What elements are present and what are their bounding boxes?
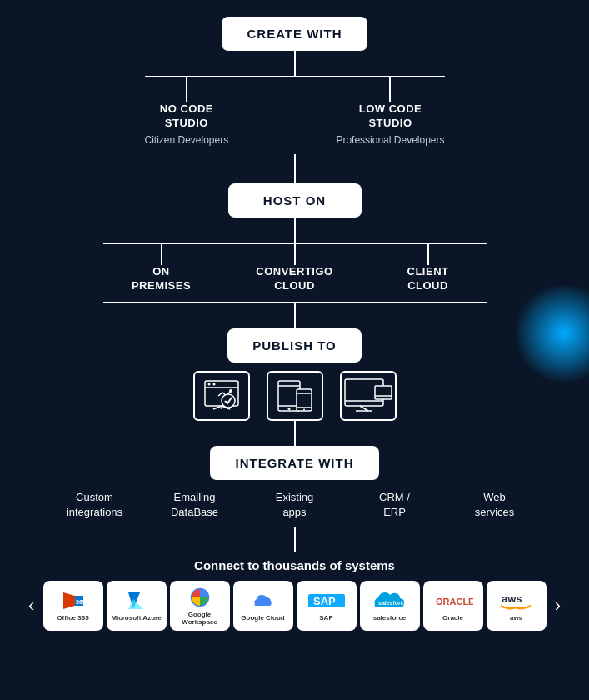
publish-to-label: PUBLISH TO xyxy=(252,338,337,352)
office365-icon: 365 xyxy=(60,589,87,612)
publish-to-section: PUBLISH TO xyxy=(193,328,397,421)
create-h-line xyxy=(145,76,445,78)
logo-office365: 365 Office 365 xyxy=(43,581,103,631)
integrate-with-label: INTEGRATE WITH xyxy=(235,456,353,470)
host-on-box: HOST ON xyxy=(228,183,362,218)
oracle-icon: ORACLE xyxy=(433,589,473,612)
logo-salesforce: salesforce salesforce xyxy=(360,581,420,631)
logo-sap: SAP SAP xyxy=(297,581,357,631)
convertigo-v-line xyxy=(294,244,296,265)
publish-icons-row xyxy=(193,371,397,421)
web-app-icon xyxy=(202,378,242,414)
publish-to-box: PUBLISH TO xyxy=(227,328,362,362)
logo-carousel: ‹ Power BI 365 xyxy=(17,581,572,631)
desktop-icon-box xyxy=(340,371,397,421)
logo-oracle: ORACLE Oracle xyxy=(423,581,483,631)
host-v-line xyxy=(294,218,296,242)
svg-text:aws: aws xyxy=(502,592,522,605)
web-app-icon-box xyxy=(193,371,250,421)
host-to-publish-v-line xyxy=(294,303,296,328)
host-h-line xyxy=(103,242,487,244)
low-code-branch: LOW CODESTUDIO Professional Developers xyxy=(336,78,444,146)
svg-rect-19 xyxy=(375,386,392,399)
mobile-icon xyxy=(275,378,315,414)
connect-title: Connect to thousands of systems xyxy=(194,558,395,572)
low-code-v-line xyxy=(389,78,391,102)
svg-marker-24 xyxy=(63,592,75,609)
google-workspace-label: Google Workspace xyxy=(173,611,227,626)
sap-icon: SAP xyxy=(307,589,347,612)
google-cloud-icon xyxy=(248,589,278,612)
host-on-section: HOST ON ONPREMISES CONVERTIGOCLOUD CLIEN… xyxy=(103,183,487,303)
integrate-item-3: CRM /ERP xyxy=(353,490,437,520)
create-with-label: CREATE WITH xyxy=(247,27,342,41)
publish-to-integrate-v-line xyxy=(294,421,296,446)
svg-point-14 xyxy=(303,408,305,410)
aws-icon: aws xyxy=(499,589,534,612)
low-code-title: LOW CODESTUDIO xyxy=(359,102,422,131)
client-cloud-label: CLIENTCLOUD xyxy=(407,265,449,293)
integrate-to-connect-v-line xyxy=(294,527,296,552)
convertigo-label: CONVERTIGOCLOUD xyxy=(256,265,332,293)
logo-google-cloud: Google Cloud xyxy=(233,581,293,631)
on-premises-branch: ONPREMISES xyxy=(103,244,220,293)
svg-point-2 xyxy=(207,382,210,385)
desktop-icon xyxy=(343,378,393,414)
google-workspace-icon xyxy=(187,586,213,609)
svg-point-10 xyxy=(287,408,290,410)
azure-label: Microsoft Azure xyxy=(111,614,161,622)
logos-row: Power BI 365 Office 365 xyxy=(41,581,547,631)
integrate-item-4: Webservices xyxy=(453,490,537,520)
no-code-title: NO CODESTUDIO xyxy=(160,102,213,131)
office365-label: Office 365 xyxy=(57,614,88,622)
no-code-v-line xyxy=(186,78,187,102)
integrate-items-row: Customintegrations EmailingDataBase Exis… xyxy=(45,490,545,520)
logo-aws: aws aws xyxy=(487,581,547,631)
salesforce-icon: salesforce xyxy=(370,589,410,612)
google-cloud-label: Google Cloud xyxy=(241,614,284,622)
azure-icon xyxy=(122,589,152,612)
host-branches: ONPREMISES CONVERTIGOCLOUD CLIENTCLOUD xyxy=(103,244,487,293)
client-cloud-branch: CLIENTCLOUD xyxy=(370,244,487,293)
client-cloud-v-line xyxy=(427,244,429,265)
convertigo-cloud-branch: CONVERTIGOCLOUD xyxy=(237,244,353,293)
create-branches: NO CODESTUDIO Citizen Developers LOW COD… xyxy=(145,78,445,146)
svg-text:salesforce: salesforce xyxy=(378,600,407,606)
logo-azure: Microsoft Azure xyxy=(107,581,167,631)
glow-decoration xyxy=(514,283,589,383)
integrate-with-box: INTEGRATE WITH xyxy=(210,446,378,480)
create-with-section: CREATE WITH NO CODESTUDIO Citizen Develo… xyxy=(17,17,572,146)
logo-google-workspace: Google Workspace xyxy=(170,581,230,631)
create-to-host-v-line xyxy=(294,154,296,183)
low-code-sub: Professional Developers xyxy=(336,134,444,146)
svg-point-4 xyxy=(229,389,232,392)
integrate-with-section: INTEGRATE WITH Customintegrations Emaili… xyxy=(45,446,545,520)
next-arrow[interactable]: › xyxy=(552,595,564,617)
integrate-item-0: Customintegrations xyxy=(53,490,137,520)
integrate-item-1: EmailingDataBase xyxy=(153,490,237,520)
main-diagram: CREATE WITH NO CODESTUDIO Citizen Develo… xyxy=(0,0,589,648)
svg-text:ORACLE: ORACLE xyxy=(436,597,473,607)
prev-arrow[interactable]: ‹ xyxy=(25,595,37,617)
no-code-sub: Citizen Developers xyxy=(145,134,229,146)
aws-label: aws xyxy=(510,614,522,622)
host-on-label: HOST ON xyxy=(263,193,326,208)
on-premises-label: ONPREMISES xyxy=(132,265,191,293)
integrate-item-2: Existingapps xyxy=(253,490,337,520)
svg-text:SAP: SAP xyxy=(313,595,336,608)
svg-line-17 xyxy=(360,406,368,411)
oracle-label: Oracle xyxy=(442,614,463,622)
mobile-icon-box xyxy=(267,371,323,421)
connect-section: Connect to thousands of systems ‹ Power … xyxy=(17,558,572,631)
svg-text:365: 365 xyxy=(76,599,86,605)
create-with-box: CREATE WITH xyxy=(222,17,367,51)
no-code-branch: NO CODESTUDIO Citizen Developers xyxy=(145,78,229,146)
create-v-line xyxy=(294,51,296,76)
sap-label: SAP xyxy=(319,614,332,622)
salesforce-label: salesforce xyxy=(373,614,407,622)
on-premises-v-line xyxy=(161,244,162,265)
svg-point-3 xyxy=(212,382,215,385)
